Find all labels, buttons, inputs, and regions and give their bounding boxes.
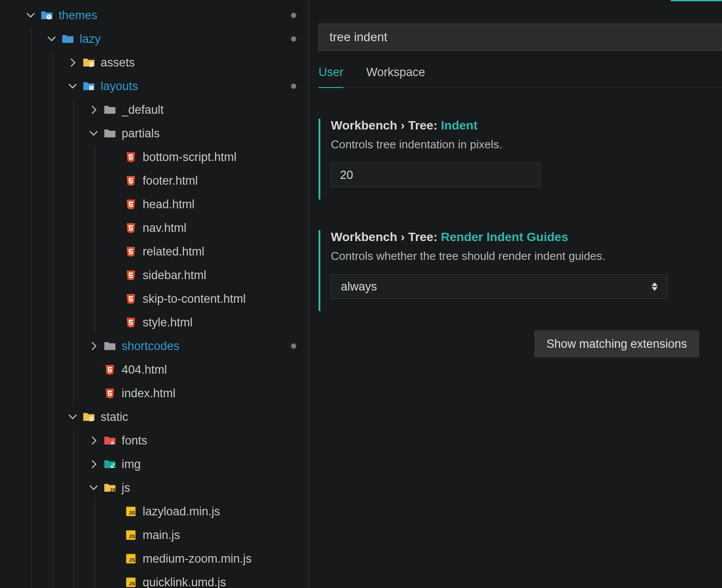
tree-item-label: layouts [101,80,138,92]
tree-item-label: partials [122,128,160,140]
tree-row[interactable]: sidebar.html [0,263,308,287]
svg-rect-7 [89,86,91,90]
folder-blue-icon [61,33,74,45]
html-icon [124,222,137,234]
tree-row[interactable]: related.html [0,240,308,263]
file-explorer: themeslazyassetslayouts_defaultpartialsb… [0,0,309,588]
chevron-down-icon[interactable] [63,81,82,91]
settings-scope-tabs: User Workspace [319,66,722,88]
tree-item-label: fonts [122,435,147,447]
tree-row[interactable]: medium-zoom.min.js [0,547,308,570]
chevron-down-icon[interactable] [42,34,61,44]
tree-row[interactable]: index.html [0,382,308,405]
tree-row[interactable]: lazy [0,27,308,51]
scope-tab-user[interactable]: User [319,66,343,88]
tree-row[interactable]: skip-to-content.html [0,287,308,311]
svg-point-0 [46,14,51,19]
chevron-right-icon[interactable] [84,341,103,351]
search-value: tree indent [329,30,387,44]
show-matching-extensions-button[interactable]: Show matching extensions [534,330,699,357]
tree-row[interactable]: themes [0,4,308,27]
html-icon [124,151,137,163]
folder-blue-cols-icon [82,80,95,92]
dirty-indicator-icon [291,343,296,349]
svg-rect-5 [89,64,94,65]
tree-row[interactable]: layouts [0,74,308,98]
setting-description: Controls whether the tree should render … [331,249,722,263]
tree-row[interactable]: footer.html [0,169,308,192]
setting-title: Workbench › Tree: Render Indent Guides [331,230,722,244]
tree-item-label: shortcodes [122,340,179,352]
chevron-right-icon[interactable] [84,105,103,115]
tree-item-label: style.html [143,317,193,329]
tree-item-label: skip-to-content.html [143,293,246,305]
select-arrows-icon [652,282,658,291]
tree-row[interactable]: _default [0,98,308,122]
tree-row[interactable]: head.html [0,192,308,216]
svg-point-1 [48,16,49,17]
html-icon [124,317,137,328]
tree-item-label: themes [59,10,98,21]
chevron-down-icon[interactable] [84,129,103,138]
tree-item-label: assets [101,57,135,69]
folder-red-font-icon: A [103,434,116,447]
svg-rect-10 [89,419,94,420]
folder-yellow-js-icon: JS [103,482,116,494]
setting-number-input[interactable]: 20 [331,163,540,187]
tree-item-label: bottom-script.html [143,151,237,163]
tree-row[interactable]: Afonts [0,429,308,452]
tree-row[interactable]: assets [0,51,308,74]
tree-row[interactable]: static [0,405,308,429]
js-icon [124,553,137,564]
tree-item-label: _default [122,104,164,116]
chevron-down-icon[interactable] [84,483,103,493]
html-icon [124,293,137,304]
html-icon [103,388,116,399]
tree-row[interactable]: partials [0,122,308,145]
svg-rect-6 [89,66,93,67]
tree-row[interactable]: style.html [0,311,308,334]
js-icon [124,529,137,541]
chevron-down-icon[interactable] [63,412,82,422]
setting-description: Controls tree indentation in pixels. [331,138,722,151]
html-icon [124,270,137,281]
tree-item-label: static [101,411,128,423]
tree-item-label: nav.html [143,222,186,234]
tree-item-label: quicklink.umd.js [143,577,226,588]
scope-tab-workspace[interactable]: Workspace [366,66,425,88]
tree-item-label: related.html [143,246,204,258]
setting-tree-indent: Workbench › Tree: Indent Controls tree i… [319,119,722,200]
html-icon [124,199,137,210]
chevron-right-icon[interactable] [84,459,103,469]
tree-item-label: lazyload.min.js [143,506,220,518]
js-icon [124,506,137,517]
setting-select-input[interactable]: always [331,274,668,299]
chevron-down-icon[interactable] [21,10,40,20]
tree-row[interactable]: JSjs [0,476,308,500]
tree-row[interactable]: shortcodes [0,334,308,358]
chevron-right-icon[interactable] [84,436,103,445]
folder-yellow-lines-icon [82,56,95,69]
svg-rect-9 [89,417,94,418]
svg-rect-11 [89,420,93,421]
tree-row[interactable]: img [0,452,308,476]
folder-default-icon [103,127,116,140]
tree-item-label: footer.html [143,175,198,187]
chevron-right-icon[interactable] [63,58,82,67]
tree-row[interactable]: 404.html [0,358,308,382]
tree-item-label: index.html [122,388,175,399]
tree-row[interactable]: quicklink.umd.js [0,570,308,588]
active-tab-underline [671,0,722,1]
settings-search-input[interactable]: tree indent [319,24,722,51]
tree-row[interactable]: bottom-script.html [0,145,308,169]
svg-rect-8 [91,86,93,90]
dirty-indicator-icon [291,13,296,18]
setting-render-indent-guides: Workbench › Tree: Render Indent Guides C… [319,230,722,311]
tree-row[interactable]: nav.html [0,216,308,240]
svg-point-3 [49,17,50,18]
svg-rect-4 [89,63,94,63]
tree-row[interactable]: main.js [0,523,308,547]
tree-row[interactable]: lazyload.min.js [0,500,308,523]
folder-default-icon [103,340,116,352]
svg-point-2 [49,16,51,17]
